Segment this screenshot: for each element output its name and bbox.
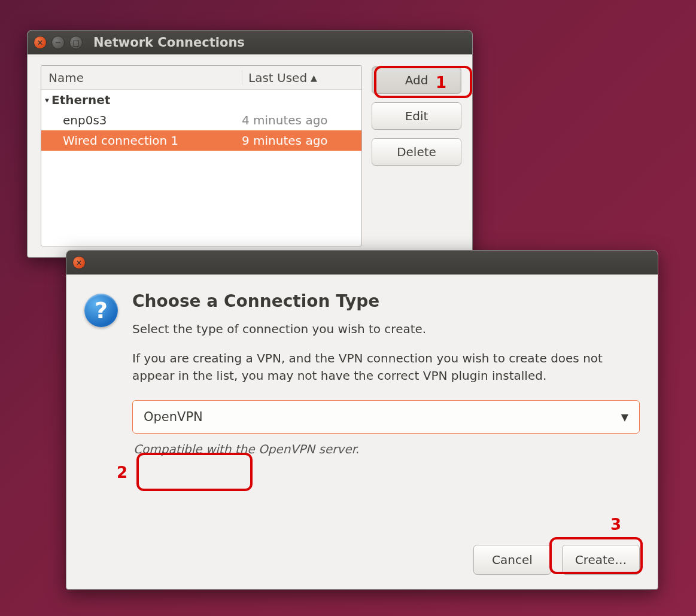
connection-name: enp0s3: [41, 113, 242, 127]
connection-name: Wired connection 1: [41, 133, 242, 148]
table-header: Name Last Used ▲: [41, 66, 361, 90]
dropdown-hint: Compatible with the OpenVPN server.: [133, 442, 640, 456]
connection-type-dropdown[interactable]: OpenVPN ▼: [132, 400, 640, 434]
column-last-used-label: Last Used: [248, 71, 307, 85]
window-title: Network Connections: [93, 35, 245, 50]
dialog-text-1: Select the type of connection you wish t…: [132, 321, 640, 338]
dialog-text-2: If you are creating a VPN, and the VPN c…: [132, 350, 640, 385]
sort-ascending-icon: ▲: [311, 73, 317, 83]
group-ethernet[interactable]: ▾ Ethernet: [41, 90, 361, 110]
connection-last-used: 4 minutes ago: [242, 113, 361, 127]
column-last-used[interactable]: Last Used ▲: [242, 71, 361, 85]
delete-button[interactable]: Delete: [372, 138, 461, 166]
chevron-down-icon: ▼: [621, 411, 628, 423]
sidebar-buttons: Add Edit Delete: [372, 65, 461, 246]
create-button[interactable]: Create…: [562, 545, 640, 575]
cancel-button[interactable]: Cancel: [473, 545, 551, 575]
column-name[interactable]: Name: [41, 71, 242, 85]
maximize-icon[interactable]: □: [69, 36, 83, 49]
network-connections-window: ✕ ─ □ Network Connections Name Last Used…: [27, 30, 473, 258]
connection-last-used: 9 minutes ago: [242, 133, 361, 148]
chevron-down-icon: ▾: [45, 95, 49, 105]
titlebar[interactable]: ✕: [66, 251, 658, 275]
choose-connection-type-dialog: ✕ ? Choose a Connection Type Select the …: [66, 250, 658, 590]
question-icon: ?: [84, 294, 118, 327]
dropdown-selected-value: OpenVPN: [144, 410, 203, 424]
table-row[interactable]: enp0s3 4 minutes ago: [41, 110, 361, 130]
close-icon[interactable]: ✕: [34, 36, 47, 49]
connections-table: Name Last Used ▲ ▾ Ethernet enp0s3 4 min…: [41, 65, 362, 246]
edit-button[interactable]: Edit: [372, 102, 461, 130]
group-label: Ethernet: [51, 93, 110, 107]
dialog-heading: Choose a Connection Type: [132, 291, 640, 311]
close-icon[interactable]: ✕: [72, 256, 86, 269]
titlebar[interactable]: ✕ ─ □ Network Connections: [28, 31, 472, 54]
add-button[interactable]: Add: [372, 66, 461, 94]
minimize-icon[interactable]: ─: [51, 36, 65, 49]
table-row[interactable]: Wired connection 1 9 minutes ago: [41, 130, 361, 151]
